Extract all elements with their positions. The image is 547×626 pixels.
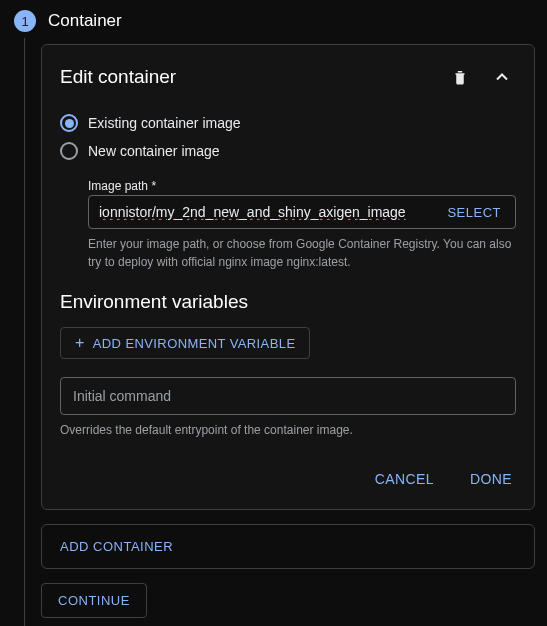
edit-container-card: Edit container Existing container image …: [41, 44, 535, 510]
add-env-var-button[interactable]: + ADD ENVIRONMENT VARIABLE: [60, 327, 310, 359]
radio-new-image[interactable]: New container image: [60, 137, 516, 165]
image-path-input[interactable]: [89, 196, 433, 228]
collapse-icon[interactable]: [488, 63, 516, 91]
image-path-label: Image path *: [88, 179, 516, 193]
step-number-badge: 1: [14, 10, 36, 32]
card-actions: CANCEL DONE: [60, 465, 516, 493]
delete-icon[interactable]: [446, 63, 474, 91]
select-image-button[interactable]: SELECT: [433, 196, 515, 228]
radio-label: New container image: [88, 143, 220, 159]
cancel-button[interactable]: CANCEL: [371, 465, 438, 493]
initial-command-input[interactable]: [61, 378, 515, 414]
radio-icon: [60, 142, 78, 160]
env-vars-title: Environment variables: [60, 291, 516, 313]
initial-command-wrap: [60, 377, 516, 415]
step-header: 1 Container: [0, 0, 547, 38]
add-env-var-label: ADD ENVIRONMENT VARIABLE: [93, 336, 296, 351]
image-path-section: Image path * SELECT Enter your image pat…: [60, 179, 516, 271]
image-source-radio-group: Existing container image New container i…: [60, 109, 516, 165]
continue-button[interactable]: CONTINUE: [41, 583, 147, 618]
add-container-button[interactable]: ADD CONTAINER: [41, 524, 535, 569]
plus-icon: +: [75, 335, 85, 351]
card-header: Edit container: [60, 63, 516, 91]
image-path-input-row: SELECT: [88, 195, 516, 229]
initial-command-helper: Overrides the default entrypoint of the …: [60, 421, 516, 439]
done-button[interactable]: DONE: [466, 465, 516, 493]
radio-existing-image[interactable]: Existing container image: [60, 109, 516, 137]
step-title: Container: [48, 11, 122, 31]
image-path-helper: Enter your image path, or choose from Go…: [88, 235, 516, 271]
radio-icon: [60, 114, 78, 132]
card-title: Edit container: [60, 66, 432, 88]
radio-label: Existing container image: [88, 115, 241, 131]
step-body: Edit container Existing container image …: [24, 38, 547, 626]
